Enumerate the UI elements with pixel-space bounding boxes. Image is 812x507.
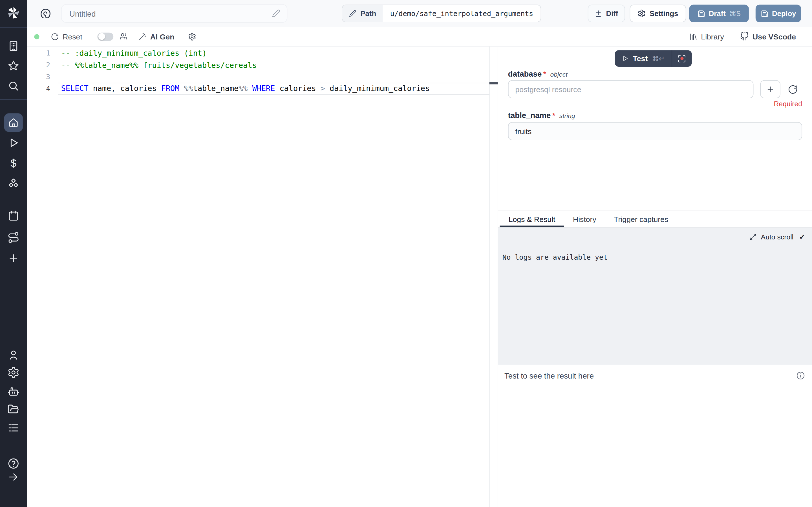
check-icon: ✓	[799, 233, 806, 241]
sidebar-item-workers[interactable]	[7, 385, 20, 398]
test-button-group[interactable]: Test ⌘↵	[615, 50, 692, 67]
capture-button[interactable]	[672, 50, 692, 67]
sidebar-item-runs[interactable]	[7, 136, 20, 149]
database-placeholder: postgresql resource	[515, 85, 581, 93]
windmill-logo-icon[interactable]	[6, 5, 21, 20]
sidebar-item-search[interactable]	[7, 80, 20, 92]
left-sidebar: $	[0, 0, 27, 507]
folder-open-icon	[7, 404, 20, 416]
required-error: Required	[774, 100, 802, 108]
sidebar-item-folders[interactable]	[7, 404, 20, 416]
record-dot	[680, 57, 683, 60]
tab-trigger-captures[interactable]: Trigger captures	[605, 211, 677, 227]
sidebar-item-add[interactable]	[7, 252, 20, 264]
code-line[interactable]	[58, 71, 490, 83]
sidebar-divider	[0, 100, 27, 100]
path-label-segment: Path	[342, 5, 383, 22]
code-editor[interactable]: 1234 -- :daily_minimum_calories (int)-- …	[27, 47, 498, 507]
editor-toolbar: Reset AI Gen	[27, 27, 812, 47]
refresh-icon	[51, 33, 59, 41]
arrow-right-icon	[7, 471, 20, 483]
sidebar-item-user[interactable]	[7, 349, 20, 361]
required-star: *	[543, 70, 546, 78]
table-name-input[interactable]: fruits	[508, 122, 802, 140]
sidebar-item-settings[interactable]	[7, 366, 20, 379]
diff-icon	[595, 10, 603, 17]
code-token: WHERE	[252, 84, 275, 93]
editor-settings-button[interactable]	[188, 27, 196, 46]
code-token: name, calories	[89, 84, 161, 93]
code-token: FROM	[161, 84, 180, 93]
code-token: -- :daily_minimum_calories (int)	[61, 49, 207, 57]
auto-scroll-control[interactable]: Auto scroll ✓	[749, 233, 805, 241]
maximize-icon[interactable]	[749, 233, 757, 240]
sidebar-item-schedules[interactable]	[7, 210, 20, 222]
table-name-value: fruits	[515, 127, 532, 135]
script-name-field[interactable]: Untitled	[61, 4, 288, 23]
sidebar-item-resources[interactable]	[7, 177, 20, 190]
auto-scroll-label: Auto scroll	[761, 233, 794, 241]
save-icon	[697, 10, 705, 17]
code-token	[248, 84, 252, 93]
deploy-button[interactable]: Deploy	[756, 5, 801, 22]
sidebar-item-help[interactable]	[7, 457, 20, 470]
save-icon	[761, 10, 769, 17]
connection-status-dot	[34, 27, 39, 46]
line-number: 2	[27, 59, 50, 71]
info-icon[interactable]	[796, 371, 805, 380]
diff-button[interactable]: Diff	[588, 5, 625, 22]
plus-icon	[766, 85, 775, 94]
settings-button[interactable]: Settings	[629, 5, 686, 22]
test-button[interactable]: Test ⌘↵	[615, 50, 671, 67]
home-icon	[8, 117, 19, 128]
collaborators-indicator[interactable]	[119, 27, 128, 46]
refresh-icon	[788, 84, 798, 95]
sidebar-item-home[interactable]	[4, 113, 23, 132]
top-bar: Untitled Path u/demo/safe_interpolated_a…	[27, 0, 812, 27]
reset-button[interactable]: Reset	[51, 27, 82, 46]
green-status-dot	[34, 34, 39, 39]
sidebar-item-workspace[interactable]	[7, 40, 20, 52]
code-line[interactable]: SELECT name, calories FROM %%table_name%…	[58, 83, 490, 95]
tab-history[interactable]: History	[564, 211, 605, 227]
code-line[interactable]: -- %%table_name%% fruits/vegetables/cere…	[58, 59, 490, 71]
code-token: table_name	[193, 84, 239, 93]
refresh-resources-button[interactable]	[788, 84, 798, 95]
field-type: object	[550, 71, 567, 78]
diff-mode-toggle[interactable]	[97, 27, 113, 46]
reset-label: Reset	[63, 33, 82, 41]
code-content[interactable]: -- :daily_minimum_calories (int)-- %%tab…	[58, 47, 490, 95]
toggle-switch[interactable]	[97, 33, 113, 41]
library-button[interactable]: Library	[689, 27, 724, 46]
sidebar-item-audit-logs[interactable]	[7, 421, 20, 434]
sidebar-item-expand[interactable]	[7, 471, 20, 483]
library-label: Library	[701, 33, 724, 41]
database-input[interactable]: postgresql resource	[508, 80, 754, 98]
path-button[interactable]: Path u/demo/safe_interpolated_arguments	[342, 5, 541, 22]
code-line[interactable]: -- :daily_minimum_calories (int)	[58, 47, 490, 59]
user-icon	[7, 349, 20, 361]
tab-logs-result[interactable]: Logs & Result	[500, 211, 564, 227]
capture-scan-icon	[677, 54, 686, 63]
code-token: >	[320, 84, 325, 93]
gear-icon	[7, 366, 20, 379]
add-resource-button[interactable]	[760, 80, 780, 98]
sidebar-item-favorites[interactable]	[7, 59, 20, 72]
draft-label: Draft	[709, 9, 726, 17]
ai-gen-button[interactable]: AI Gen	[138, 27, 174, 46]
help-circle-icon	[7, 457, 20, 470]
toggle-knob	[98, 33, 105, 40]
sidebar-item-flows[interactable]	[7, 231, 20, 244]
draft-button[interactable]: Draft ⌘S	[689, 5, 749, 22]
star-icon	[7, 59, 20, 72]
deploy-label: Deploy	[772, 9, 796, 17]
code-token: calories	[275, 84, 320, 93]
library-icon	[689, 33, 697, 41]
logs-panel: Auto scroll ✓ No logs are available yet	[498, 228, 812, 365]
pencil-icon[interactable]	[272, 9, 280, 17]
editor-scrollbar-track[interactable]	[490, 47, 490, 507]
use-vscode-button[interactable]: Use VScode	[740, 27, 796, 46]
sidebar-item-variables[interactable]: $	[7, 157, 20, 170]
code-token: -- %%table_name%% fruits/vegetables/cere…	[61, 61, 257, 69]
code-token	[179, 84, 184, 93]
